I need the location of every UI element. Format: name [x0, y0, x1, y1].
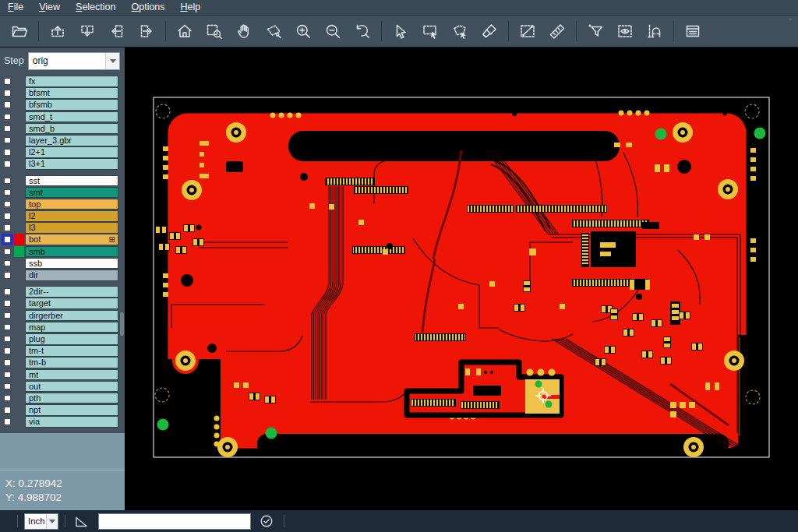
- toolbar-overflow-chevron[interactable]: ⌄: [787, 14, 793, 22]
- layer-row-via[interactable]: via: [0, 416, 118, 428]
- layer-name-label[interactable]: tm-b: [25, 357, 118, 368]
- measure-ruler-button[interactable]: [546, 19, 569, 43]
- layer-name-label[interactable]: dir: [25, 270, 118, 281]
- layer-row-tm-b[interactable]: tm-b: [0, 357, 118, 368]
- layer-row-bot[interactable]: bot⊞: [0, 234, 118, 245]
- layer-name-label[interactable]: bfsmb: [25, 99, 118, 111]
- layer-name-label[interactable]: npt: [25, 404, 118, 416]
- layer-row-layer_3.gbr[interactable]: layer_3.gbr: [0, 135, 118, 146]
- layer-visibility-checkbox[interactable]: [2, 210, 13, 222]
- menu-file[interactable]: File: [0, 0, 31, 16]
- layer-name-label[interactable]: tm-t: [25, 345, 118, 357]
- layer-visibility-checkbox[interactable]: [2, 258, 13, 270]
- layer-name-label[interactable]: l2: [25, 210, 118, 222]
- layer-visibility-checkbox[interactable]: [2, 369, 13, 381]
- move-left-button[interactable]: [105, 19, 129, 43]
- layer-name-label[interactable]: bfsmt: [25, 87, 118, 99]
- layer-visibility-checkbox[interactable]: [2, 76, 13, 87]
- layer-visibility-checkbox[interactable]: [2, 158, 13, 170]
- layer-row-sst[interactable]: sst: [0, 175, 118, 187]
- layer-visibility-checkbox[interactable]: [2, 357, 13, 368]
- unit-select-dropdown-button[interactable]: [46, 514, 58, 529]
- layer-row-l2+1[interactable]: l2+1: [0, 146, 118, 158]
- main-canvas[interactable]: [125, 48, 798, 510]
- layer-visibility-checkbox[interactable]: [2, 146, 13, 158]
- layer-visibility-checkbox[interactable]: [2, 175, 13, 187]
- layer-visibility-checkbox[interactable]: [2, 135, 13, 146]
- zoom-home-button[interactable]: [173, 19, 196, 43]
- layer-name-label[interactable]: top: [25, 199, 118, 210]
- layer-row-l3[interactable]: l3: [0, 222, 118, 234]
- filter-button[interactable]: [584, 19, 607, 43]
- layer-row-l2[interactable]: l2: [0, 210, 118, 222]
- menu-view[interactable]: View: [31, 0, 68, 16]
- zoom-area-button[interactable]: [262, 19, 285, 43]
- layer-visibility-checkbox[interactable]: [2, 286, 13, 298]
- pan-button[interactable]: [232, 19, 256, 43]
- layer-visibility-checkbox[interactable]: [2, 199, 13, 210]
- layer-name-label[interactable]: map: [25, 322, 118, 333]
- layer-row-out[interactable]: out: [0, 381, 118, 393]
- layer-name-label[interactable]: mt: [25, 369, 118, 381]
- layer-row-smt[interactable]: smt: [0, 187, 118, 199]
- layer-name-label[interactable]: 2dir--: [25, 286, 118, 298]
- select-pointer-button[interactable]: [389, 19, 412, 43]
- layer-row-bfsmt[interactable]: bfsmt: [0, 87, 118, 99]
- move-up-button[interactable]: [46, 19, 69, 43]
- layer-visibility-checkbox[interactable]: [2, 99, 13, 111]
- layer-row-l3+1[interactable]: l3+1: [0, 158, 118, 170]
- layer-visibility-checkbox[interactable]: [2, 345, 13, 357]
- layer-row-smb[interactable]: smb: [0, 246, 118, 258]
- move-down-button[interactable]: [76, 19, 99, 43]
- unit-select[interactable]: Inch: [24, 513, 58, 530]
- menu-selection[interactable]: Selection: [68, 0, 123, 16]
- menu-options[interactable]: Options: [123, 0, 172, 16]
- layer-name-label[interactable]: pth: [25, 393, 118, 404]
- layer-row-smd_b[interactable]: smd_b: [0, 123, 118, 135]
- layer-visibility-checkbox[interactable]: [2, 322, 13, 333]
- layer-name-label[interactable]: dirgerber: [25, 310, 118, 322]
- layer-name-label[interactable]: target: [25, 298, 118, 309]
- layer-row-plug[interactable]: plug: [0, 333, 118, 345]
- layer-visibility-checkbox[interactable]: [2, 404, 13, 416]
- step-select[interactable]: orig: [28, 52, 120, 70]
- layer-visibility-checkbox[interactable]: [2, 123, 13, 135]
- open-file-button[interactable]: [8, 19, 31, 43]
- move-right-button[interactable]: [135, 19, 158, 43]
- layer-name-label[interactable]: bot⊞: [25, 234, 118, 245]
- layer-visibility-checkbox[interactable]: [2, 270, 13, 281]
- layer-visibility-checkbox[interactable]: [2, 416, 13, 428]
- clear-selection-button[interactable]: [478, 19, 501, 43]
- layer-name-label[interactable]: l3: [25, 222, 118, 234]
- refresh-icon[interactable]: [259, 513, 274, 529]
- layer-list-scrollbar[interactable]: [120, 312, 124, 336]
- menu-help[interactable]: Help: [173, 0, 209, 16]
- select-rectangle-button[interactable]: [418, 19, 442, 43]
- layer-visibility-checkbox[interactable]: [2, 298, 13, 309]
- layer-name-label[interactable]: l2+1: [25, 146, 118, 158]
- layer-row-pth[interactable]: pth: [0, 393, 118, 404]
- layer-row-npt[interactable]: npt: [0, 404, 118, 416]
- layer-row-2dir--[interactable]: 2dir--: [0, 286, 118, 298]
- command-input[interactable]: [98, 513, 251, 530]
- layer-name-label[interactable]: smd_t: [25, 111, 118, 123]
- layer-row-ssb[interactable]: ssb: [0, 258, 118, 270]
- layer-name-label[interactable]: plug: [25, 333, 118, 345]
- layer-name-label[interactable]: fx: [25, 76, 118, 87]
- layer-name-label[interactable]: sst: [25, 175, 118, 187]
- layer-row-mt[interactable]: mt: [0, 369, 118, 381]
- layer-name-label[interactable]: ssb: [25, 258, 118, 270]
- layer-name-label[interactable]: smt: [25, 187, 118, 199]
- layer-name-label[interactable]: smd_b: [25, 123, 118, 135]
- angle-measure-icon[interactable]: [73, 513, 90, 530]
- zoom-out-button[interactable]: [321, 19, 344, 43]
- layer-visibility-checkbox[interactable]: [2, 381, 13, 393]
- layer-name-label[interactable]: smb: [25, 246, 118, 258]
- layer-visibility-checkbox[interactable]: [2, 111, 13, 123]
- layer-row-target[interactable]: target: [0, 298, 118, 309]
- layer-row-bfsmb[interactable]: bfsmb: [0, 99, 118, 111]
- layer-visibility-checkbox[interactable]: [2, 333, 13, 345]
- layer-row-top[interactable]: top: [0, 199, 118, 210]
- layer-row-dir[interactable]: dir: [0, 270, 118, 281]
- snap-button[interactable]: [643, 19, 666, 43]
